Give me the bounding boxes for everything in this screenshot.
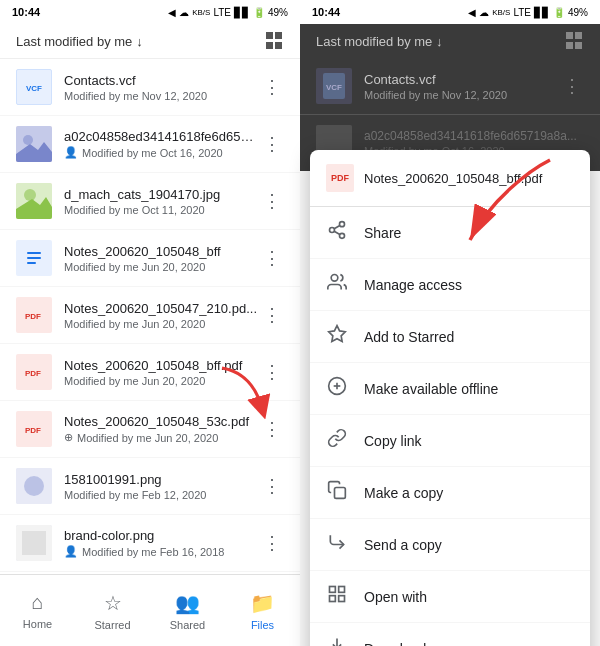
right-time: 10:44	[312, 6, 340, 18]
home-icon: ⌂	[31, 591, 43, 614]
more-button[interactable]: ⋮	[260, 417, 284, 441]
menu-item-copy-link[interactable]: Copy link	[310, 415, 590, 467]
file-info: a02c04858ed34141618fe6d65719a8a... 👤 Mod…	[64, 129, 260, 159]
nav-item-home[interactable]: ⌂ Home	[0, 583, 75, 638]
file-name: 1581001991.png	[64, 472, 260, 487]
svg-point-30	[331, 275, 338, 282]
list-item[interactable]: PDF Notes_200620_105048_53c.pdf ⊕ Modifi…	[0, 401, 300, 458]
list-item[interactable]: PDF Notes_200620_105047_210.pd... Modifi…	[0, 287, 300, 344]
sort-bar-left[interactable]: Last modified by me ↓	[0, 24, 300, 59]
grid-toggle-left[interactable]	[266, 32, 284, 50]
signal-icon: ☁	[179, 7, 189, 18]
svg-rect-11	[27, 262, 36, 264]
file-name: a02c04858ed34141618fe6d65719a8a...	[64, 129, 260, 144]
svg-rect-37	[339, 587, 345, 593]
file-name: brand-color.png	[64, 528, 260, 543]
nav-item-shared[interactable]: 👥 Shared	[150, 583, 225, 639]
svg-marker-31	[329, 326, 346, 342]
list-item[interactable]: a02c04858ed34141618fe6d65719a8a... 👤 Mod…	[0, 116, 300, 173]
battery-pct: 49%	[268, 7, 288, 18]
more-button[interactable]: ⋮	[260, 360, 284, 384]
more-button[interactable]: ⋮	[260, 531, 284, 555]
list-item[interactable]: Notes_200620_105048_bff Modified by me J…	[0, 230, 300, 287]
file-icon-png2	[16, 525, 52, 561]
more-button[interactable]: ⋮	[260, 75, 284, 99]
download-icon	[326, 636, 348, 646]
more-button[interactable]: ⋮	[260, 303, 284, 327]
nav-label-shared: Shared	[170, 619, 205, 631]
svg-rect-38	[339, 596, 345, 602]
bottom-nav-left: ⌂ Home ☆ Starred 👥 Shared 📁 Files	[0, 574, 300, 646]
signal-bars: ▊▊	[534, 7, 550, 18]
files-icon: 📁	[250, 591, 275, 615]
svg-rect-9	[27, 252, 41, 254]
menu-label-copy-link: Copy link	[364, 433, 422, 449]
menu-item-offline[interactable]: Make available offline	[310, 363, 590, 415]
svg-point-19	[24, 476, 44, 496]
more-button[interactable]: ⋮	[260, 132, 284, 156]
copy-icon	[326, 480, 348, 505]
nav-label-starred: Starred	[94, 619, 130, 631]
list-item[interactable]: PDF Notes_200620_105048_bff.pdf Modified…	[0, 344, 300, 401]
file-meta: 👤 Modified by me Oct 16, 2020	[64, 146, 260, 159]
right-status-icons: ◀ ☁ KB/S LTE ▊▊ 🔋 49%	[468, 7, 588, 18]
more-button[interactable]: ⋮	[260, 474, 284, 498]
svg-text:PDF: PDF	[25, 312, 41, 321]
file-name: Contacts.vcf	[64, 73, 260, 88]
menu-label-make-copy: Make a copy	[364, 485, 443, 501]
context-menu-header: PDF Notes_200620_105048_bff.pdf	[310, 150, 590, 207]
kb-icon: KB/S	[492, 8, 510, 17]
nav-icon: ◀	[468, 7, 476, 18]
file-name: Notes_200620_105048_bff.pdf	[64, 358, 260, 373]
list-item[interactable]: d_mach_cats_1904170.jpg Modified by me O…	[0, 173, 300, 230]
star-icon: ☆	[104, 591, 122, 615]
svg-point-26	[330, 228, 335, 233]
file-meta: Modified by me Jun 20, 2020	[64, 375, 260, 387]
svg-rect-21	[22, 531, 46, 555]
file-info: Notes_200620_105048_bff.pdf Modified by …	[64, 358, 260, 387]
grid-toggle-right[interactable]	[566, 32, 584, 50]
list-item: VCF Contacts.vcf Modified by me Nov 12, …	[300, 58, 600, 115]
context-menu: PDF Notes_200620_105048_bff.pdf Share Ma…	[310, 150, 590, 646]
star-add-icon	[326, 324, 348, 349]
list-item[interactable]: 1581001991.png Modified by me Feb 12, 20…	[0, 458, 300, 515]
file-meta: Modified by me Jun 20, 2020	[64, 318, 260, 330]
file-icon-png	[16, 468, 52, 504]
left-status-bar: 10:44 ◀ ☁ KB/S LTE ▊▊ 🔋 49%	[0, 0, 300, 24]
list-item[interactable]: VCF Contacts.vcf Modified by me Nov 12, …	[0, 59, 300, 116]
file-meta: ⊕ Modified by me Jun 20, 2020	[64, 431, 260, 444]
list-item[interactable]: brand-color.png 👤 Modified by me Feb 16,…	[0, 515, 300, 572]
menu-item-open-with[interactable]: Open with	[310, 571, 590, 623]
menu-item-starred[interactable]: Add to Starred	[310, 311, 590, 363]
menu-item-send-copy[interactable]: Send a copy	[310, 519, 590, 571]
svg-point-6	[24, 189, 36, 201]
file-info: brand-color.png 👤 Modified by me Feb 16,…	[64, 528, 260, 558]
file-info: Contacts.vcf Modified by me Nov 12, 2020	[64, 73, 260, 102]
more-button[interactable]: ⋮	[260, 246, 284, 270]
person-icon: 👤	[64, 545, 78, 558]
menu-item-share[interactable]: Share	[310, 207, 590, 259]
svg-rect-36	[330, 587, 336, 593]
menu-item-manage-access[interactable]: Manage access	[310, 259, 590, 311]
person-icon: 👤	[64, 146, 78, 159]
file-name: Notes_200620_105047_210.pd...	[64, 301, 260, 316]
menu-item-download[interactable]: Download	[310, 623, 590, 646]
menu-item-make-copy[interactable]: Make a copy	[310, 467, 590, 519]
context-file-icon: PDF	[326, 164, 354, 192]
lte-label: LTE	[513, 7, 531, 18]
menu-label-download: Download	[364, 641, 426, 647]
nav-icon: ◀	[168, 7, 176, 18]
more-button[interactable]: ⋮	[260, 189, 284, 213]
file-name: a02c04858ed34141618fe6d65719a8a...	[364, 129, 584, 143]
file-info: Notes_200620_105048_bff Modified by me J…	[64, 244, 260, 273]
file-info: Contacts.vcf Modified by me Nov 12, 2020	[364, 72, 560, 101]
nav-item-starred[interactable]: ☆ Starred	[75, 583, 150, 639]
file-info: Notes_200620_105047_210.pd... Modified b…	[64, 301, 260, 330]
file-icon-vcf: VCF	[16, 69, 52, 105]
share-icon	[326, 220, 348, 245]
nav-item-files[interactable]: 📁 Files	[225, 583, 300, 639]
context-file-name: Notes_200620_105048_bff.pdf	[364, 171, 542, 186]
right-status-bar: 10:44 ◀ ☁ KB/S LTE ▊▊ 🔋 49%	[300, 0, 600, 24]
left-panel: 10:44 ◀ ☁ KB/S LTE ▊▊ 🔋 49% Last modifie…	[0, 0, 300, 646]
battery-pct: 49%	[568, 7, 588, 18]
